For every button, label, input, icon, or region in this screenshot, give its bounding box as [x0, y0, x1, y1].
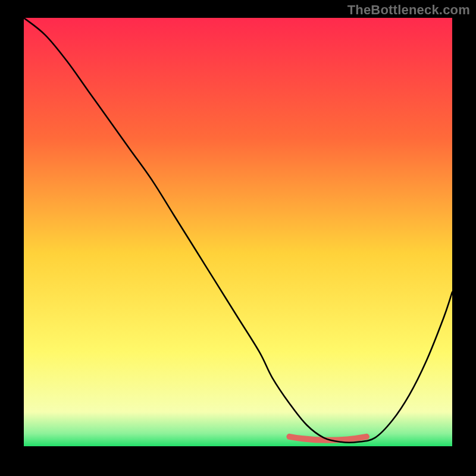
chart-stage: TheBottleneck.com	[0, 0, 476, 476]
watermark-text: TheBottleneck.com	[347, 2, 470, 18]
gradient-background	[24, 18, 452, 446]
plot-svg	[24, 18, 452, 446]
plot-area	[24, 18, 452, 446]
